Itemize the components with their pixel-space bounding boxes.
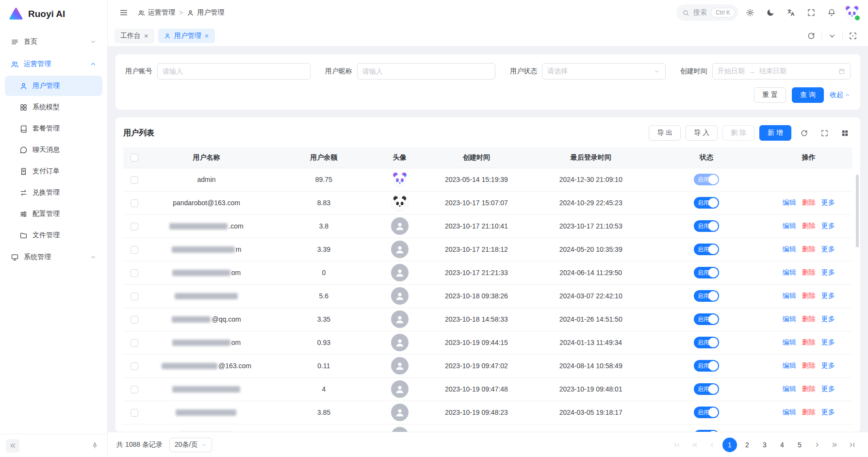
status-toggle[interactable]: 启用 bbox=[694, 174, 719, 185]
breadcrumb-operations[interactable]: 运营管理 bbox=[138, 8, 175, 17]
row-action-more[interactable]: 更多 bbox=[821, 431, 835, 432]
row-action-more[interactable]: 更多 bbox=[821, 315, 835, 324]
row-checkbox[interactable] bbox=[131, 269, 138, 277]
sidebar-item-file-management[interactable]: 文件管理 bbox=[5, 225, 102, 245]
row-checkbox[interactable] bbox=[131, 386, 138, 393]
row-action-edit[interactable]: 编辑 bbox=[783, 315, 796, 324]
row-action-more[interactable]: 更多 bbox=[821, 245, 835, 254]
row-action-delete[interactable]: 删除 bbox=[802, 338, 816, 347]
row-checkbox[interactable] bbox=[131, 339, 138, 347]
row-checkbox[interactable] bbox=[131, 246, 138, 254]
row-action-more[interactable]: 更多 bbox=[821, 198, 835, 207]
row-action-edit[interactable]: 编辑 bbox=[783, 408, 796, 417]
user-avatar-menu[interactable] bbox=[844, 4, 860, 21]
sidebar-item-system-management[interactable]: 系统管理 bbox=[5, 246, 102, 268]
first-page-button[interactable] bbox=[670, 438, 685, 452]
fullscreen-button[interactable] bbox=[803, 4, 819, 21]
page-2-button[interactable]: 2 bbox=[740, 438, 754, 452]
status-toggle[interactable]: 启用 bbox=[694, 197, 719, 209]
status-toggle[interactable]: 启用 bbox=[694, 430, 719, 432]
prev-page-button[interactable] bbox=[705, 438, 720, 452]
row-action-edit[interactable]: 编辑 bbox=[783, 431, 796, 432]
row-action-delete[interactable]: 删除 bbox=[802, 268, 816, 277]
sidebar-item-exchange-management[interactable]: 兑换管理 bbox=[5, 182, 102, 203]
table-vertical-scrollbar[interactable] bbox=[856, 175, 859, 247]
settings-button[interactable] bbox=[742, 4, 758, 21]
content-fullscreen-button[interactable] bbox=[845, 28, 861, 44]
sidebar-item-user-management[interactable]: 用户管理 bbox=[5, 76, 102, 96]
row-action-edit[interactable]: 编辑 bbox=[783, 385, 796, 393]
row-action-more[interactable]: 更多 bbox=[821, 292, 835, 300]
row-action-more[interactable]: 更多 bbox=[821, 385, 835, 393]
row-action-edit[interactable]: 编辑 bbox=[783, 222, 796, 230]
status-toggle[interactable]: 启用 bbox=[694, 220, 719, 232]
status-toggle[interactable]: 启用 bbox=[694, 267, 719, 278]
create-time-range-picker[interactable]: 开始日期→结束日期 bbox=[712, 63, 851, 80]
row-checkbox[interactable] bbox=[131, 223, 138, 230]
page-1-button[interactable]: 1 bbox=[722, 438, 737, 452]
row-checkbox[interactable] bbox=[131, 199, 138, 207]
tab-close-icon[interactable]: × bbox=[144, 32, 148, 39]
sidebar-item-operations[interactable]: 运营管理 bbox=[5, 53, 102, 75]
row-action-delete[interactable]: 删除 bbox=[802, 315, 816, 324]
notifications-button[interactable] bbox=[823, 4, 840, 21]
refresh-table-button[interactable] bbox=[796, 125, 812, 141]
app-logo[interactable]: Ruoyi AI bbox=[0, 0, 107, 28]
language-button[interactable] bbox=[783, 4, 799, 21]
tab-options-button[interactable] bbox=[824, 28, 840, 44]
row-checkbox[interactable] bbox=[131, 176, 138, 184]
row-action-more[interactable]: 更多 bbox=[821, 268, 835, 277]
user-nickname-input[interactable] bbox=[357, 63, 495, 80]
user-status-select[interactable]: 请选择 bbox=[542, 63, 666, 80]
row-action-edit[interactable]: 编辑 bbox=[783, 245, 796, 254]
global-search[interactable]: 搜索 Ctrl K bbox=[676, 4, 738, 21]
row-action-delete[interactable]: 删除 bbox=[802, 385, 816, 393]
delete-button[interactable]: 删 除 bbox=[722, 125, 754, 141]
breadcrumb-user-management[interactable]: 用户管理 bbox=[187, 8, 224, 17]
sidebar-item-system-model[interactable]: 系统模型 bbox=[5, 97, 102, 117]
table-fullscreen-button[interactable] bbox=[817, 125, 832, 141]
row-action-delete[interactable]: 删除 bbox=[802, 431, 816, 432]
row-action-edit[interactable]: 编辑 bbox=[783, 361, 796, 370]
add-button[interactable]: 新 增 bbox=[759, 125, 791, 141]
row-action-delete[interactable]: 删除 bbox=[802, 361, 816, 370]
tab-close-icon[interactable]: × bbox=[205, 32, 209, 39]
row-action-more[interactable]: 更多 bbox=[821, 338, 835, 347]
page-4-button[interactable]: 4 bbox=[775, 438, 789, 452]
status-toggle[interactable]: 启用 bbox=[694, 407, 719, 418]
status-toggle[interactable]: 启用 bbox=[694, 337, 719, 348]
row-action-more[interactable]: 更多 bbox=[821, 361, 835, 370]
tab-user-management[interactable]: 用户管理× bbox=[158, 29, 215, 43]
sidebar-item-home[interactable]: 首页 bbox=[5, 31, 102, 52]
select-all-checkbox[interactable] bbox=[131, 154, 138, 162]
status-toggle[interactable]: 启用 bbox=[694, 383, 719, 395]
row-checkbox[interactable] bbox=[131, 293, 138, 300]
collapse-filters-link[interactable]: 收起 bbox=[830, 91, 851, 99]
row-checkbox[interactable] bbox=[131, 316, 138, 324]
row-checkbox[interactable] bbox=[131, 409, 138, 417]
hamburger-menu-button[interactable] bbox=[115, 4, 132, 21]
row-action-edit[interactable]: 编辑 bbox=[783, 268, 796, 277]
dark-mode-toggle[interactable] bbox=[762, 4, 779, 21]
tab-workbench[interactable]: 工作台× bbox=[115, 29, 154, 43]
status-toggle[interactable]: 启用 bbox=[694, 244, 719, 255]
sidebar-pin-button[interactable] bbox=[88, 439, 101, 453]
page-3-button[interactable]: 3 bbox=[757, 438, 772, 452]
row-action-more[interactable]: 更多 bbox=[821, 408, 835, 417]
sidebar-item-package-management[interactable]: 套餐管理 bbox=[5, 118, 102, 139]
jump-forward-button[interactable] bbox=[827, 438, 842, 452]
row-action-delete[interactable]: 删除 bbox=[802, 222, 816, 230]
row-action-edit[interactable]: 编辑 bbox=[783, 198, 796, 207]
row-action-delete[interactable]: 删除 bbox=[802, 198, 816, 207]
user-account-input[interactable] bbox=[157, 63, 311, 80]
status-toggle[interactable]: 启用 bbox=[694, 313, 719, 325]
row-checkbox[interactable] bbox=[131, 362, 138, 370]
refresh-page-button[interactable] bbox=[803, 28, 819, 44]
status-toggle[interactable]: 启用 bbox=[694, 290, 719, 302]
sidebar-item-payment-orders[interactable]: 支付订单 bbox=[5, 161, 102, 181]
sidebar-item-config-management[interactable]: 配置管理 bbox=[5, 204, 102, 224]
search-button[interactable]: 查 询 bbox=[792, 87, 824, 103]
reset-button[interactable]: 重 置 bbox=[754, 87, 786, 103]
page-5-button[interactable]: 5 bbox=[792, 438, 807, 452]
sidebar-collapse-button[interactable] bbox=[6, 439, 19, 453]
